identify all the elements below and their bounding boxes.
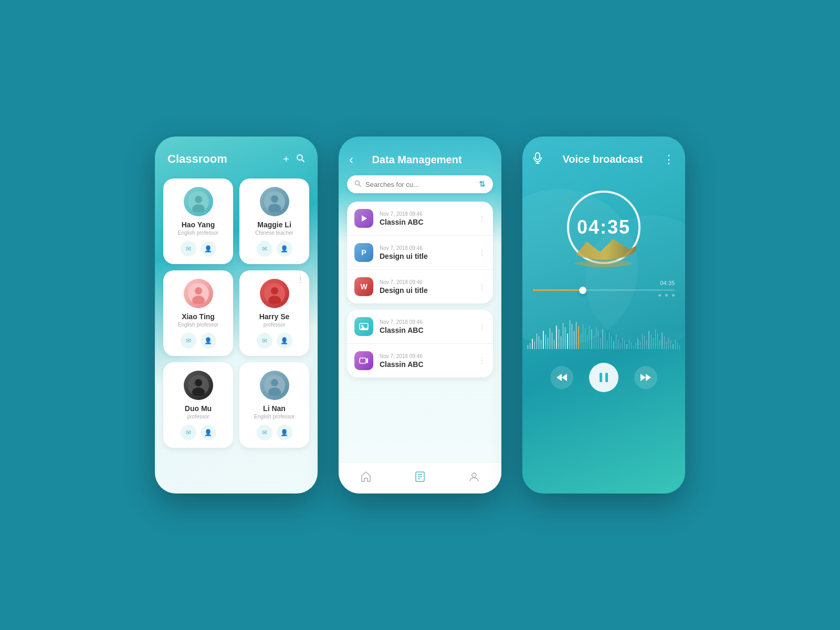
wave-bar-33	[600, 338, 601, 349]
wave-bar-64	[668, 338, 669, 349]
wave-bar-49	[635, 343, 636, 349]
wave-bar-39	[613, 341, 614, 349]
pause-button[interactable]	[589, 363, 618, 392]
wave-bar-15	[561, 336, 561, 349]
name-duo-mu: Duo Mu	[185, 404, 212, 413]
message-btn-harry-se[interactable]: ✉	[257, 333, 272, 349]
wave-bar-51	[640, 341, 640, 349]
more-btn-5[interactable]: ⋮	[478, 356, 486, 365]
more-dots-harry-se[interactable]: ⋮	[297, 276, 304, 284]
person-card-maggie-li[interactable]: Maggie Li Chinese teacher ✉ 👤	[239, 178, 309, 264]
profile-btn-maggie-li[interactable]: 👤	[277, 241, 292, 257]
forward-button[interactable]	[634, 366, 657, 389]
file-icon-design-w: W	[354, 277, 373, 296]
message-btn-duo-mu[interactable]: ✉	[181, 425, 196, 440]
wave-bar-22	[576, 322, 576, 349]
profile-btn-xiao-ting[interactable]: 👤	[201, 333, 216, 349]
filename-4: Classin ABC	[380, 326, 472, 334]
more-btn-3[interactable]: ⋮	[478, 282, 486, 291]
filename-3: Design ui title	[380, 286, 472, 295]
wave-bar-21	[574, 331, 574, 349]
name-hao-yang: Hao Yang	[182, 220, 215, 229]
wave-bar-36	[607, 340, 607, 349]
playback-controls	[522, 354, 685, 408]
data-group-1: Nov 7, 2018 09:46 Classin ABC ⋮ P Nov 7,…	[347, 202, 493, 303]
message-btn-li-nan[interactable]: ✉	[257, 425, 272, 440]
name-maggie-li: Maggie Li	[257, 220, 291, 229]
message-btn-hao-yang[interactable]: ✉	[181, 241, 196, 257]
file-icon-design-p: P	[354, 243, 373, 262]
wave-bar-54	[646, 340, 647, 349]
profile-btn-harry-se[interactable]: 👤	[277, 333, 292, 349]
data-item-2[interactable]: P Nov 7, 2018 09:46 Design ui title ⋮	[347, 236, 493, 270]
filter-icon[interactable]: ⇅	[479, 180, 486, 189]
wave-bar-8	[545, 334, 546, 349]
date-4: Nov 7, 2018 09:46	[380, 319, 472, 325]
wave-bar-38	[611, 336, 612, 349]
wave-bar-43	[622, 338, 623, 349]
search-icon[interactable]	[296, 153, 305, 165]
wave-bar-5	[539, 336, 539, 349]
role-duo-mu: professor	[187, 414, 209, 419]
person-card-li-nan[interactable]: Li Nan English professor ✉ 👤	[239, 362, 309, 448]
role-xiao-ting: English professor	[178, 322, 218, 328]
back-button[interactable]: ‹	[349, 152, 353, 167]
more-btn-4[interactable]: ⋮	[478, 322, 486, 331]
voice-more-icon[interactable]: ⋮	[663, 153, 675, 166]
svg-marker-39	[571, 239, 636, 260]
wave-bar-24	[581, 333, 581, 349]
person-card-xiao-ting[interactable]: Xiao Ting English professor ✉ 👤	[163, 270, 233, 356]
svg-marker-40	[556, 374, 562, 381]
progress-thumb[interactable]	[579, 287, 586, 294]
profile-btn-hao-yang[interactable]: 👤	[201, 241, 216, 257]
search-bar-icon	[354, 180, 361, 188]
wave-bar-47	[631, 342, 632, 349]
svg-point-3	[195, 196, 202, 203]
nav-profile[interactable]	[468, 471, 480, 485]
actions-li-nan: ✉ 👤	[257, 425, 292, 440]
svg-marker-41	[562, 374, 567, 381]
person-card-harry-se[interactable]: ⋮ Harry Se professor ✉ 👤	[239, 270, 309, 356]
wave-bar-13	[556, 326, 556, 349]
data-item-5[interactable]: Nov 7, 2018 09:46 Classin ABC ⋮	[347, 344, 493, 377]
voice-header: Voice broadcast ⋮	[522, 136, 685, 175]
message-btn-xiao-ting[interactable]: ✉	[181, 333, 196, 349]
wave-bar-53	[644, 336, 645, 349]
person-grid: Hao Yang English professor ✉ 👤 Maggie Li…	[155, 174, 318, 456]
svg-point-26	[361, 325, 363, 327]
data-item-1[interactable]: Nov 7, 2018 09:46 Classin ABC ⋮	[347, 202, 493, 236]
svg-marker-45	[646, 374, 651, 381]
svg-point-6	[271, 195, 278, 203]
wave-bar-18	[567, 333, 568, 349]
add-icon[interactable]: +	[283, 153, 289, 165]
data-management-title: Data Management	[360, 154, 474, 166]
message-btn-maggie-li[interactable]: ✉	[257, 241, 272, 257]
svg-point-9	[195, 287, 202, 295]
profile-btn-duo-mu[interactable]: 👤	[201, 425, 216, 440]
nav-home[interactable]	[360, 471, 372, 485]
wave-bar-25	[583, 324, 583, 349]
wave-bar-28	[589, 326, 590, 349]
person-card-hao-yang[interactable]: Hao Yang English professor ✉ 👤	[163, 178, 233, 264]
wave-bar-26	[585, 328, 585, 349]
more-btn-2[interactable]: ⋮	[478, 248, 486, 257]
more-btn-1[interactable]: ⋮	[478, 214, 486, 223]
nav-book[interactable]	[414, 471, 426, 485]
wave-bar-62	[664, 336, 665, 349]
person-card-duo-mu[interactable]: Duo Mu professor ✉ 👤	[163, 362, 233, 448]
wave-bar-20	[572, 324, 572, 349]
progress-track[interactable]	[533, 289, 675, 291]
mountain-decoration	[571, 236, 636, 260]
wave-bar-50	[637, 339, 638, 349]
filename-5: Classin ABC	[380, 360, 472, 369]
search-input[interactable]	[365, 181, 475, 188]
svg-rect-29	[360, 358, 366, 363]
svg-point-15	[195, 379, 202, 386]
rewind-button[interactable]	[550, 366, 573, 389]
profile-btn-li-nan[interactable]: 👤	[277, 425, 292, 440]
wave-bar-19	[570, 320, 570, 349]
data-item-3[interactable]: W Nov 7, 2018 09:46 Design ui title ⋮	[347, 270, 493, 303]
data-item-4[interactable]: Nov 7, 2018 09:46 Classin ABC ⋮	[347, 310, 493, 344]
wave-bar-9	[548, 338, 548, 349]
wave-bar-66	[673, 344, 673, 349]
